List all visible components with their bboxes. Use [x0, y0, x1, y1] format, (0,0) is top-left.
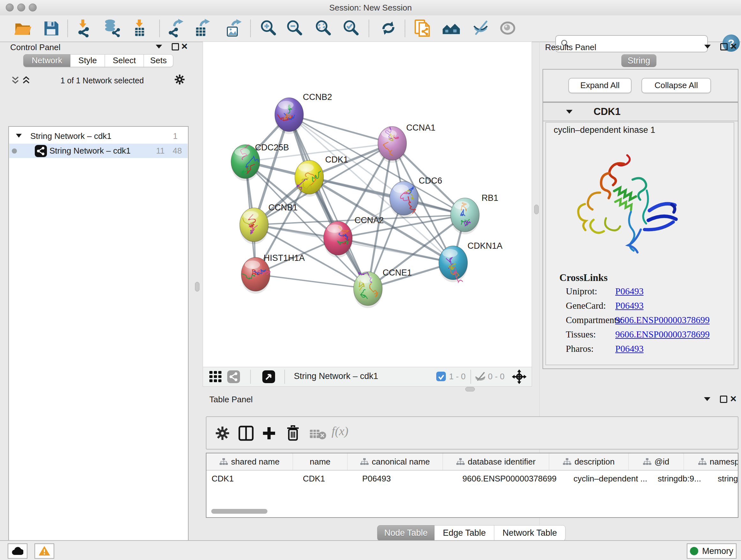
network-node-RB1[interactable]: [451, 198, 479, 234]
cloud-status-button[interactable]: [8, 543, 27, 559]
column-header-name[interactable]: name: [293, 453, 347, 470]
birds-eye-view-button[interactable]: [209, 371, 223, 382]
network-canvas[interactable]: CCNB2CCNA1CDC25BCDK1CDC6RB1CCNB1CCNA2CDK…: [203, 42, 532, 368]
tab-network[interactable]: Network: [23, 54, 71, 67]
zoom-fit-button[interactable]: [314, 19, 332, 37]
tab-string[interactable]: String: [621, 54, 657, 67]
network-node-CDK1[interactable]: [295, 160, 324, 197]
expand-all-networks-button[interactable]: [22, 76, 30, 85]
grid-icon: [209, 371, 223, 382]
control-panel-collapse-icon[interactable]: [156, 45, 162, 49]
gene-section-header[interactable]: CDK1: [543, 103, 738, 121]
column-header-id[interactable]: @id: [629, 453, 684, 470]
network-node-CCNB2[interactable]: [275, 98, 304, 134]
fit-content-button[interactable]: [512, 369, 527, 384]
zoom-out-button[interactable]: [285, 19, 304, 37]
import-table-button[interactable]: [130, 19, 149, 37]
collapse-all-networks-button[interactable]: [11, 76, 20, 85]
column-header-namespace[interactable]: namespace: [684, 453, 738, 470]
column-header-database-identifier[interactable]: database identifier: [443, 453, 549, 470]
network-node-CCNE1[interactable]: [354, 272, 382, 308]
memory-button[interactable]: Memory: [687, 543, 737, 559]
chevron-double-down-icon: [11, 76, 20, 85]
network-node-CDC6[interactable]: [390, 181, 418, 218]
horizontal-scrollbar-thumb[interactable]: [211, 509, 267, 514]
network-node-CCNB1[interactable]: [240, 208, 268, 244]
results-panel-collapse-icon[interactable]: [704, 45, 711, 49]
crosslink-genecard-link[interactable]: P06493: [615, 300, 644, 311]
add-column-button[interactable]: [261, 425, 277, 441]
export-view-button[interactable]: [262, 370, 275, 383]
collection-expand-icon[interactable]: [16, 134, 22, 138]
collapse-all-button[interactable]: Collapse All: [642, 78, 711, 93]
tab-network-table[interactable]: Network Table: [494, 525, 565, 541]
network-node-CCNA1[interactable]: [378, 126, 407, 163]
crosslink-uniprot-link[interactable]: P06493: [615, 286, 644, 297]
control-panel-float-icon[interactable]: [172, 43, 179, 51]
clone-network-button[interactable]: [413, 19, 432, 37]
cell-canonical-name[interactable]: P06493: [357, 471, 457, 487]
node-label: RB1: [482, 193, 498, 203]
zoom-selected-button[interactable]: [341, 19, 360, 37]
tab-sets[interactable]: Sets: [144, 54, 173, 67]
import-network-button[interactable]: [74, 19, 92, 37]
tab-style[interactable]: Style: [70, 54, 105, 67]
cell-database-identifier[interactable]: 9606.ENSP00000378699: [457, 471, 568, 487]
crosslink-tissues-link[interactable]: 9606.ENSP00000378699: [615, 329, 710, 340]
table-options-button[interactable]: [215, 426, 230, 441]
right-splitter-handle[interactable]: [534, 205, 539, 214]
title-bar: Session: New Session: [0, 0, 741, 16]
network-graph[interactable]: CCNB2CCNA1CDC25BCDK1CDC6RB1CCNB1CCNA2CDK…: [203, 42, 532, 367]
column-type-icon: [219, 458, 228, 465]
network-node-CCNA2[interactable]: [324, 221, 352, 258]
column-header-description[interactable]: description: [549, 453, 629, 470]
tab-node-table[interactable]: Node Table: [377, 525, 434, 541]
export-image-button[interactable]: [224, 19, 242, 37]
column-header-shared-name[interactable]: shared name: [206, 453, 293, 470]
table-panel-float-icon[interactable]: [720, 395, 727, 403]
table-row[interactable]: CDK1 CDK1 P06493 9606.ENSP00000378699 cy…: [206, 471, 738, 487]
network-options-button[interactable]: [174, 74, 185, 85]
table-panel-close-icon[interactable]: ×: [730, 394, 737, 403]
column-header-canonical-name[interactable]: canonical name: [347, 453, 443, 470]
network-row-selected[interactable]: String Network – cdk1 11 48: [9, 144, 188, 158]
tab-select[interactable]: Select: [105, 54, 144, 67]
delete-column-button[interactable]: [285, 425, 300, 441]
hide-panels-button[interactable]: [471, 19, 490, 37]
cell-id[interactable]: stringdb:9...: [653, 471, 713, 487]
refresh-view-button[interactable]: [379, 19, 398, 37]
show-columns-button[interactable]: [238, 425, 254, 441]
network-collection-row[interactable]: String Network – cdk1 1: [9, 129, 188, 144]
statusbar-separator: [250, 370, 251, 384]
cell-namespace[interactable]: stringdb: [713, 471, 738, 487]
open-session-button[interactable]: [13, 19, 32, 37]
import-network-from-database-button[interactable]: [102, 19, 121, 37]
cell-description[interactable]: cyclin–dependent ...: [568, 471, 653, 487]
tab-edge-table[interactable]: Edge Table: [434, 525, 494, 541]
table-panel-collapse-icon[interactable]: [704, 397, 711, 401]
cell-shared-name[interactable]: CDK1: [206, 471, 298, 487]
string-panel-toggle-button[interactable]: [227, 370, 240, 383]
crosslink-pharos-link[interactable]: P06493: [615, 344, 644, 354]
results-panel-close-icon[interactable]: ×: [731, 42, 737, 51]
expand-all-button[interactable]: Expand All: [568, 78, 631, 93]
left-splitter-handle[interactable]: [195, 282, 199, 292]
network-node-CDKN1A[interactable]: [439, 246, 468, 282]
selected-nodes-checkbox[interactable]: [436, 372, 446, 381]
network-node-HIST1H1A[interactable]: [241, 257, 271, 294]
network-edge[interactable]: [256, 274, 368, 289]
zoom-in-button[interactable]: [259, 19, 277, 37]
bottom-splitter-handle[interactable]: [465, 387, 475, 391]
cell-name[interactable]: CDK1: [298, 471, 357, 487]
gene-collapse-icon[interactable]: [566, 110, 572, 114]
hidden-elements-icon[interactable]: [474, 372, 486, 381]
export-table-button[interactable]: [193, 19, 211, 37]
results-panel-float-icon[interactable]: [720, 43, 728, 51]
control-panel-close-icon[interactable]: ×: [181, 42, 188, 51]
export-network-button[interactable]: [167, 19, 185, 37]
preview-eye-button[interactable]: [498, 19, 517, 37]
crosslink-compartments-link[interactable]: 9606.ENSP00000378699: [615, 315, 710, 325]
show-all-panels-button[interactable]: [442, 19, 460, 37]
save-session-button[interactable]: [42, 19, 60, 37]
warnings-button[interactable]: [35, 543, 54, 559]
